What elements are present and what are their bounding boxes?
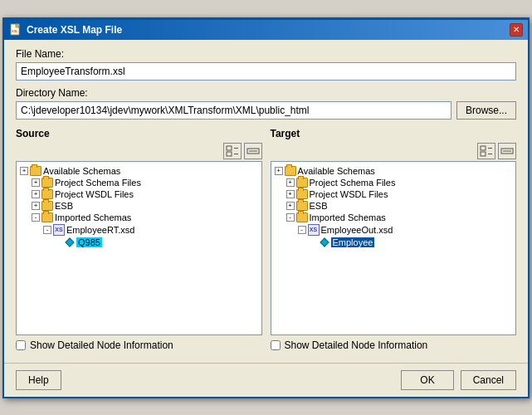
- tree-expander[interactable]: +: [286, 178, 295, 187]
- target-collapse-icon: [500, 145, 514, 157]
- tree-item-label: ESB: [310, 201, 328, 211]
- title-bar-left: XSL Create XSL Map File: [9, 23, 122, 37]
- tree-item[interactable]: +Available Schemas: [275, 165, 513, 177]
- browse-button[interactable]: Browse...: [456, 101, 516, 120]
- target-checkbox-label: Show Detailed Node Information: [285, 339, 428, 351]
- tree-item[interactable]: +Project WSDL Files: [275, 188, 513, 200]
- ok-cancel-row: OK Cancel: [401, 370, 516, 390]
- folder-icon: [296, 178, 308, 188]
- source-checkbox-label: Show Detailed Node Information: [30, 339, 173, 351]
- dialog-body: File Name: Directory Name: Browse... Sou…: [4, 40, 528, 359]
- svg-rect-4: [227, 146, 232, 150]
- schema-icon: XS: [308, 224, 320, 236]
- bottom-bar: Help OK Cancel: [4, 363, 528, 397]
- tree-item-label: Q985: [76, 237, 102, 247]
- target-toolbar: [271, 143, 517, 159]
- cancel-button[interactable]: Cancel: [461, 370, 516, 390]
- tree-item[interactable]: +ESB: [20, 200, 258, 212]
- tree-expander[interactable]: +: [286, 190, 295, 198]
- tree-item[interactable]: Q985: [20, 237, 258, 248]
- tree-item[interactable]: Employee: [275, 237, 513, 248]
- source-panel: Source: [16, 128, 262, 351]
- tree-item[interactable]: -XSEmployeeOut.xsd: [275, 223, 513, 237]
- directory-name-label: Directory Name:: [16, 87, 516, 99]
- tree-item-label: ESB: [55, 201, 73, 211]
- folder-icon: [285, 166, 296, 176]
- tree-item[interactable]: +Project WSDL Files: [20, 188, 258, 200]
- diamond-icon: [320, 237, 329, 247]
- folder-icon: [41, 201, 53, 211]
- xsl-icon: XSL: [9, 23, 22, 37]
- tree-expander[interactable]: -: [298, 226, 306, 234]
- source-panel-title: Source: [16, 128, 262, 139]
- tree-item-label: Project Schema Files: [310, 178, 396, 188]
- svg-rect-10: [481, 146, 486, 150]
- file-name-input[interactable]: [16, 62, 516, 81]
- schema-icon: XS: [53, 224, 65, 236]
- tree-item-label: EmployeeRT.xsd: [66, 225, 134, 235]
- panels-row: Source: [16, 128, 516, 351]
- tree-expander[interactable]: +: [20, 167, 28, 175]
- source-toolbar-btn2[interactable]: [244, 143, 262, 159]
- help-button[interactable]: Help: [16, 370, 61, 390]
- tree-expander[interactable]: +: [32, 178, 40, 187]
- title-bar: XSL Create XSL Map File ✕: [4, 20, 528, 40]
- source-toolbar-btn1[interactable]: [223, 143, 242, 159]
- folder-icon: [296, 212, 308, 222]
- target-toolbar-btn1[interactable]: [477, 143, 495, 159]
- tree-item-label: Available Schemas: [298, 166, 375, 176]
- expander-placeholder: [310, 238, 318, 247]
- folder-icon: [296, 189, 308, 199]
- expander-placeholder: [55, 238, 63, 247]
- create-xsl-dialog: XSL Create XSL Map File ✕ File Name: Dir…: [2, 17, 530, 398]
- tree-item-label: Imported Schemas: [55, 212, 131, 222]
- tree-item[interactable]: +Project Schema Files: [20, 177, 258, 188]
- source-detailed-checkbox[interactable]: [16, 340, 26, 350]
- target-toolbar-btn2[interactable]: [498, 143, 516, 159]
- folder-icon: [41, 178, 53, 188]
- tree-item[interactable]: +ESB: [275, 200, 513, 212]
- dialog-title: Create XSL Map File: [27, 24, 122, 36]
- folder-icon: [30, 166, 41, 176]
- directory-input[interactable]: [16, 101, 451, 120]
- tree-expander[interactable]: +: [275, 167, 283, 175]
- source-collapse-icon: [246, 145, 260, 157]
- tree-item[interactable]: -Imported Schemas: [275, 212, 513, 223]
- tree-item-label: Available Schemas: [43, 166, 120, 176]
- folder-icon: [41, 212, 53, 222]
- folder-icon: [296, 201, 308, 211]
- folder-icon: [41, 189, 53, 199]
- tree-expander[interactable]: -: [286, 213, 295, 222]
- svg-text:XSL: XSL: [12, 29, 18, 33]
- tree-item-label: EmployeeOut.xsd: [321, 225, 393, 235]
- tree-item[interactable]: +Project Schema Files: [275, 177, 513, 188]
- tree-item-label: Imported Schemas: [310, 212, 386, 222]
- target-expand-icon: [480, 145, 493, 157]
- svg-rect-11: [481, 152, 486, 156]
- ok-button[interactable]: OK: [401, 370, 453, 390]
- target-tree[interactable]: +Available Schemas+Project Schema Files+…: [271, 161, 517, 335]
- source-tree[interactable]: +Available Schemas+Project Schema Files+…: [16, 161, 262, 335]
- tree-expander[interactable]: +: [32, 202, 40, 210]
- file-name-label: File Name:: [16, 48, 516, 60]
- source-toolbar: [16, 143, 262, 159]
- svg-rect-5: [227, 152, 232, 156]
- tree-expander[interactable]: -: [32, 213, 40, 222]
- target-detailed-checkbox[interactable]: [271, 340, 281, 350]
- tree-item[interactable]: -XSEmployeeRT.xsd: [20, 223, 258, 237]
- tree-item[interactable]: +Available Schemas: [20, 165, 258, 177]
- tree-item[interactable]: -Imported Schemas: [20, 212, 258, 223]
- close-button[interactable]: ✕: [510, 23, 523, 37]
- target-panel-title: Target: [271, 128, 517, 139]
- tree-expander[interactable]: +: [32, 190, 40, 198]
- directory-row: Browse...: [16, 101, 516, 120]
- source-expand-icon: [226, 145, 239, 157]
- tree-expander[interactable]: -: [43, 226, 51, 234]
- tree-item-label: Project WSDL Files: [55, 189, 134, 199]
- tree-item-label: Project Schema Files: [55, 178, 141, 188]
- target-panel: Target: [271, 128, 517, 351]
- tree-item-label: Project WSDL Files: [310, 189, 388, 199]
- target-checkbox-row: Show Detailed Node Information: [271, 339, 517, 351]
- tree-expander[interactable]: +: [286, 202, 295, 210]
- tree-item-label: Employee: [331, 237, 375, 247]
